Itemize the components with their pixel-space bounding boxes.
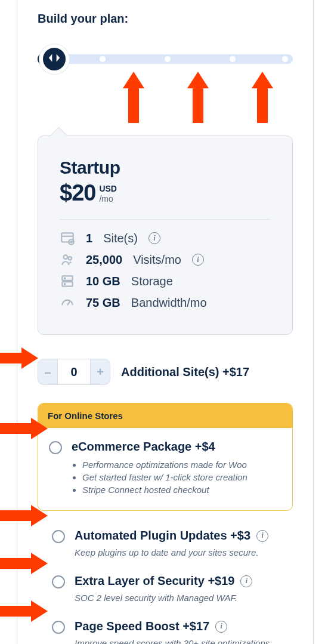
svg-rect-0 [61,233,73,242]
svg-point-6 [69,257,72,260]
price-currency: USD [99,184,117,194]
drag-horizontal-icon [48,51,61,67]
info-icon[interactable]: i [148,232,160,244]
svg-line-11 [67,301,70,306]
annotation-arrow-right-icon [0,600,48,622]
feature-value: 25,000 [86,253,122,267]
info-icon[interactable]: i [215,621,227,633]
annotation-arrow-up-icon [187,72,209,123]
annotation-arrow-up-icon [123,72,144,123]
addon-radio[interactable] [52,575,65,588]
stepper-decrement-button[interactable]: – [38,359,57,384]
additional-sites-stepper: – 0 + [38,359,110,385]
bullet-item: Get started faster w/ 1-click store crea… [82,472,281,482]
price-amount: $20 [60,180,95,206]
feature-value: 10 GB [86,275,120,288]
addon-speed-boost: Page Speed Boost +$17 i Improve speed sc… [52,620,293,644]
slider-stop [165,56,171,62]
addon-radio[interactable] [52,530,65,543]
plan-name: Startup [60,158,271,178]
plan-tier-slider[interactable] [38,48,293,70]
slider-track [38,54,293,64]
addon-title: Automated Plugin Updates +$3 [75,529,250,543]
stepper-increment-button[interactable]: + [91,359,110,384]
addon-security: Extra Layer of Security +$19 i SOC 2 lev… [52,574,293,603]
divider [60,219,271,220]
addon-plugin-updates: Automated Plugin Updates +$3 i Keep plug… [52,529,293,557]
build-plan-heading: Build your plan: [38,12,293,26]
addon-desc: SOC 2 level security with Managed WAF. [75,593,293,603]
feature-visits: 25,000 Visits/mo i [60,252,271,267]
feature-value: 1 [86,232,92,245]
bullet-item: Performance optimizations made for Woo [82,460,281,470]
annotation-arrow-right-icon [0,505,48,526]
ecommerce-title: eCommerce Package +$4 [72,440,281,454]
slider-handle[interactable] [39,44,69,74]
price-period: /mo [99,194,117,204]
feature-value: 75 GB [86,296,120,310]
browser-plus-icon [60,230,75,246]
stepper-count: 0 [57,359,91,384]
bullet-item: Stripe Connect hosted checkout [82,485,281,495]
addon-title: Extra Layer of Security +$19 [75,574,234,588]
feature-label: Bandwidth/mo [131,296,207,310]
feature-storage: 10 GB Storage [60,273,271,289]
feature-label: Visits/mo [133,253,181,267]
annotation-arrow-right-icon [0,418,48,439]
addon-desc: Improve speed scores with 30+ site optim… [75,638,293,644]
annotation-arrow-right-icon [0,553,48,574]
svg-point-10 [64,284,66,285]
svg-point-5 [64,255,68,259]
feature-label: Storage [131,275,173,288]
feature-bandwidth: 75 GB Bandwidth/mo [60,295,271,310]
ecommerce-addon-card: For Online Stores eCommerce Package +$4 … [38,403,293,511]
additional-sites-label: Additional Site(s) +$17 [121,365,249,379]
plan-price: $20 USD /mo [60,180,271,206]
addon-desc: Keep plugins up to date and your sites s… [75,547,293,557]
info-icon[interactable]: i [192,254,204,266]
annotation-arrow-right-icon [0,347,38,369]
additional-sites-row: – 0 + Additional Site(s) +$17 [38,359,293,385]
svg-point-9 [64,278,66,279]
plan-summary-card: Startup $20 USD /mo 1 Site(s) i 25,000 V… [38,135,293,335]
ecommerce-radio[interactable] [49,441,62,454]
addon-title: Page Speed Boost +$17 [75,620,209,633]
slider-stop [282,56,288,62]
ecommerce-bullets: Performance optimizations made for Woo G… [72,460,281,495]
addon-radio[interactable] [52,621,65,634]
storage-icon [60,273,75,289]
online-stores-banner: For Online Stores [38,403,292,428]
feature-label: Site(s) [103,232,138,245]
slider-stop [230,56,236,62]
gauge-icon [60,295,75,310]
info-icon[interactable]: i [240,575,252,587]
info-icon[interactable]: i [256,530,268,542]
annotation-arrow-up-icon [252,72,273,123]
users-icon [60,252,75,267]
feature-sites: 1 Site(s) i [60,230,271,246]
slider-stop [100,56,106,62]
